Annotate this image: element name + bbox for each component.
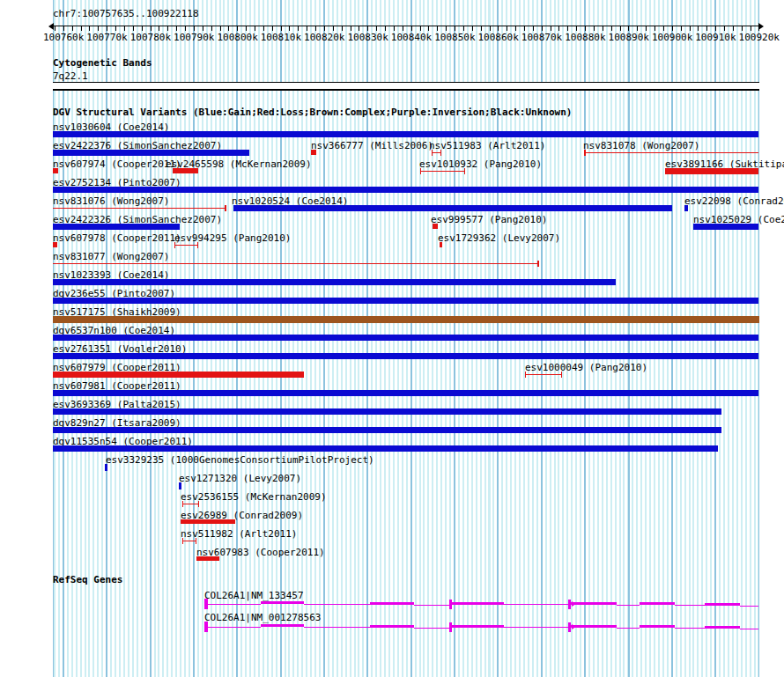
ruler-tick: [672, 26, 673, 31]
variant-bar[interactable]: [440, 242, 442, 247]
variant-ibeam[interactable]: [420, 168, 465, 174]
ruler-tick: [107, 26, 107, 31]
ruler-tick: [724, 26, 725, 31]
variant-bar[interactable]: [53, 279, 616, 285]
gene-exon-segment[interactable]: [705, 626, 740, 629]
variant-ibeam[interactable]: [182, 538, 196, 544]
variant-label[interactable]: nsv607978 (Cooper2011): [53, 233, 181, 243]
variant-ibeam[interactable]: [525, 372, 562, 378]
variant-label[interactable]: nsv511982 (Arlt2011): [181, 529, 297, 539]
variant-bar[interactable]: [53, 187, 758, 193]
ruler-tick: [733, 26, 734, 31]
ruler-tick-label: 100760k: [43, 33, 84, 42]
variant-bar[interactable]: [53, 372, 304, 378]
ruler-tick: [472, 26, 473, 31]
ibeam-line: [182, 504, 199, 504]
gene-intron-line[interactable]: [617, 628, 640, 629]
variant-bar[interactable]: [53, 390, 758, 396]
variant-bar[interactable]: [53, 224, 180, 230]
variant-bar[interactable]: [311, 150, 316, 155]
ruler-tick: [151, 26, 152, 31]
variant-line[interactable]: [53, 261, 539, 267]
variant-bar[interactable]: [684, 205, 688, 211]
variant-label[interactable]: nsv366777 (Mills2006): [311, 141, 433, 151]
ruler-tick: [289, 26, 290, 31]
variant-bar[interactable]: [196, 556, 219, 561]
ruler-tick: [246, 26, 247, 31]
variant-line[interactable]: [53, 205, 226, 211]
gene-exon-segment[interactable]: [640, 625, 675, 628]
variant-bar[interactable]: [53, 131, 758, 137]
gene-exon-segment[interactable]: [370, 602, 414, 605]
gene-label[interactable]: COL26A1|NM_133457: [204, 591, 304, 600]
gene-exon-tick: [568, 600, 571, 609]
variant-bar[interactable]: [53, 150, 249, 156]
variant-line[interactable]: [584, 150, 758, 156]
variant-bar[interactable]: [173, 168, 198, 173]
variant-bar[interactable]: [53, 353, 758, 359]
variant-bar[interactable]: [53, 408, 721, 415]
region-title: chr7:100757635..100922118: [53, 9, 199, 18]
ruler-tick: [72, 26, 73, 31]
gene-intron-line[interactable]: [304, 604, 370, 605]
gene-intron-line[interactable]: [740, 606, 758, 607]
gene-exon-segment[interactable]: [705, 603, 740, 606]
variant-bar[interactable]: [179, 482, 181, 489]
gene-exon-segment[interactable]: [261, 601, 304, 604]
gene-label[interactable]: COL26A1|NM_001278563: [204, 613, 321, 622]
variant-label[interactable]: esv999577 (Pang2010): [431, 215, 547, 224]
gene-intron-line[interactable]: [208, 604, 261, 605]
gene-intron-line[interactable]: [414, 628, 449, 629]
ruler-tick: [220, 26, 221, 31]
gene-intron-line[interactable]: [504, 627, 568, 628]
variant-ibeam[interactable]: [174, 242, 198, 248]
variant-ibeam[interactable]: [182, 501, 199, 507]
variant-bar[interactable]: [433, 224, 438, 229]
ruler-tick: [698, 26, 699, 31]
ruler-tick: [142, 26, 143, 31]
gene-exon-segment[interactable]: [640, 602, 675, 605]
ibeam-line: [174, 245, 198, 246]
variant-bar[interactable]: [105, 464, 107, 471]
variant-bar[interactable]: [53, 445, 718, 452]
variant-ibeam[interactable]: [432, 150, 441, 156]
variant-bar[interactable]: [665, 168, 758, 174]
variant-bar[interactable]: [693, 224, 758, 230]
gene-exon-segment[interactable]: [449, 625, 504, 628]
variant-bar[interactable]: [233, 205, 672, 211]
gene-exon-segment[interactable]: [261, 624, 304, 627]
gene-intron-line[interactable]: [675, 628, 705, 629]
gene-intron-line[interactable]: [304, 627, 370, 628]
variant-label[interactable]: esv1729362 (Levy2007): [438, 233, 560, 243]
variant-bar[interactable]: [53, 335, 758, 341]
gene-intron-line[interactable]: [617, 605, 640, 606]
variant-label[interactable]: nsv511983 (Arlt2011): [429, 141, 545, 151]
gene-exon-segment[interactable]: [370, 625, 414, 628]
variant-bar[interactable]: [53, 168, 58, 173]
ruler-tick: [446, 26, 447, 31]
ruler-tick: [315, 26, 316, 31]
variant-label[interactable]: esv3329235 (1000GenomesConsortiumPilotPr…: [106, 455, 374, 465]
variant-label[interactable]: esv2536155 (McKernan2009): [181, 492, 327, 502]
variant-bar[interactable]: [53, 316, 759, 323]
variant-bar[interactable]: [53, 298, 758, 304]
ruler-tick: [167, 26, 168, 31]
variant-label[interactable]: esv1271320 (Levy2007): [179, 474, 301, 483]
variant-bar[interactable]: [53, 427, 721, 433]
ruler-tick-label: 100880k: [565, 33, 605, 42]
ibeam-line: [525, 374, 562, 375]
ruler-tick: [498, 26, 499, 31]
gene-intron-line[interactable]: [740, 629, 758, 629]
gene-exon-segment[interactable]: [449, 602, 504, 605]
ruler-tick: [272, 26, 273, 31]
gene-intron-line[interactable]: [675, 605, 705, 606]
gene-intron-line[interactable]: [208, 627, 261, 628]
variant-label[interactable]: esv22098 (Conrad200: [684, 196, 784, 206]
variant-label[interactable]: nsv607974 (Cooper2011): [53, 159, 181, 169]
gene-intron-line[interactable]: [504, 604, 568, 605]
ruler-tick: [567, 26, 568, 31]
gene-intron-line[interactable]: [414, 605, 449, 606]
ruler-tick: [524, 26, 525, 31]
variant-bar[interactable]: [53, 242, 57, 247]
variant-bar[interactable]: [181, 519, 235, 524]
